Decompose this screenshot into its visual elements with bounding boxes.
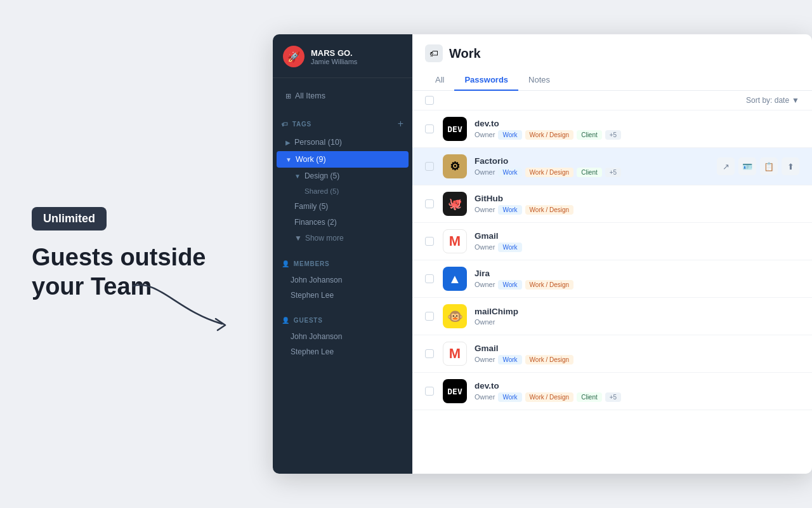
item-checkbox-1[interactable] <box>425 162 434 171</box>
chevron-down-icon-more: ▼ <box>294 234 302 243</box>
main-header: 🏷 Work All Passwords Notes <box>412 34 812 91</box>
password-item-2[interactable]: 🐙 GitHub Owner WorkWork / Design <box>412 185 812 223</box>
item-meta: Owner WorkWork / DesignClient+5 <box>475 130 799 140</box>
person-icon-guest: 👤 <box>282 317 290 324</box>
arrow-decoration <box>127 273 254 337</box>
copy-username-button[interactable]: 🪪 <box>738 157 756 175</box>
item-icon-factorio: ⚙ <box>443 154 467 178</box>
password-item-3[interactable]: M Gmail Owner Work <box>412 223 812 260</box>
item-checkbox-2[interactable] <box>425 199 434 208</box>
item-tag: Client <box>577 130 602 140</box>
item-checkbox-7[interactable] <box>425 387 434 396</box>
family-label: Family (5) <box>294 202 328 211</box>
app-name: MARS GO. <box>311 48 357 58</box>
item-role: Owner <box>475 131 495 138</box>
sidebar-item-personal[interactable]: ▶ Personal (10) <box>277 134 409 150</box>
tags-section-title: 🏷 TAGS <box>282 121 311 128</box>
item-icon-gmail: M <box>443 229 467 253</box>
password-item-6[interactable]: M Gmail Owner WorkWork / Design <box>412 335 812 373</box>
sidebar-header: 🚀 MARS GO. Jamie Williams <box>273 34 412 78</box>
chevron-right-icon: ▶ <box>285 139 291 146</box>
password-item-4[interactable]: ▲ Jira Owner WorkWork / Design <box>412 260 812 298</box>
item-meta: Owner WorkWork / Design <box>475 355 799 364</box>
item-role: Owner <box>475 243 495 251</box>
sidebar-item-finances[interactable]: Finances (2) <box>277 215 409 230</box>
sidebar-item-all-items[interactable]: ⊞ All Items <box>277 88 409 104</box>
member-john[interactable]: John Johanson <box>273 272 412 288</box>
sidebar-item-shared[interactable]: Shared (5) <box>277 184 409 198</box>
sidebar-item-work[interactable]: ▼ Work (9) <box>277 151 409 168</box>
item-info-2: GitHub Owner WorkWork / Design <box>475 194 799 215</box>
members-section-header: 👤 MEMBERS <box>273 258 412 270</box>
item-role: Owner <box>475 281 495 288</box>
password-item-0[interactable]: DEV dev.to Owner WorkWork / DesignClient… <box>412 110 812 148</box>
sort-button[interactable]: Sort by: date ▼ <box>746 96 799 105</box>
item-info-4: Jira Owner WorkWork / Design <box>475 269 799 290</box>
sidebar-show-more[interactable]: ▼ Show more <box>277 231 409 246</box>
app-window: 🚀 MARS GO. Jamie Williams ⊞ All Items 🏷 … <box>273 34 812 474</box>
item-meta: Owner WorkWork / Design <box>475 205 799 215</box>
item-icon-gmail: M <box>443 342 467 366</box>
item-info-7: dev.to Owner WorkWork / DesignClient+5 <box>475 381 799 402</box>
item-tag: +5 <box>605 392 621 402</box>
password-item-1[interactable]: ⚙ Factorio Owner WorkWork / DesignClient… <box>412 148 812 185</box>
item-meta: Owner <box>475 318 799 326</box>
password-item-5[interactable]: 🐵 mailChimp Owner <box>412 298 812 335</box>
guest-john[interactable]: John Johanson <box>273 329 412 344</box>
all-items-section: ⊞ All Items <box>273 78 412 107</box>
tab-notes[interactable]: Notes <box>518 70 560 91</box>
item-tag: Client <box>577 168 602 177</box>
item-name: Jira <box>475 269 799 278</box>
item-meta: Owner WorkWork / Design <box>475 280 799 290</box>
item-tag: Work <box>498 205 521 215</box>
item-role: Owner <box>475 318 495 326</box>
sidebar-item-design[interactable]: ▼ Design (5) <box>277 168 409 184</box>
item-tag: Work / Design <box>525 280 574 290</box>
copy-password-button[interactable]: 📋 <box>760 157 778 175</box>
chevron-down-icon: ▼ <box>285 156 292 163</box>
item-info-3: Gmail Owner Work <box>475 231 799 252</box>
item-name: dev.to <box>475 119 799 128</box>
item-tag: Work <box>498 130 521 140</box>
tabs-row: All Passwords Notes <box>425 70 799 90</box>
guest-stephen[interactable]: Stephen Lee <box>273 344 412 359</box>
item-checkbox-3[interactable] <box>425 237 434 246</box>
item-tag: Work / Design <box>525 392 574 402</box>
item-tag: Work / Design <box>525 355 574 364</box>
page-title: Work <box>449 46 481 61</box>
add-tag-button[interactable]: + <box>398 119 403 129</box>
item-name: mailChimp <box>475 307 799 316</box>
members-section: 👤 MEMBERS John Johanson Stephen Lee <box>273 249 412 305</box>
open-external-button[interactable]: ↗ <box>717 157 735 175</box>
password-item-7[interactable]: DEV dev.to Owner WorkWork / DesignClient… <box>412 373 812 410</box>
personal-label: Personal (10) <box>294 138 400 147</box>
select-all-checkbox[interactable] <box>425 96 434 105</box>
share-button[interactable]: ⬆ <box>782 157 799 175</box>
finances-label: Finances (2) <box>294 218 337 227</box>
sort-bar: Sort by: date ▼ <box>412 91 812 110</box>
item-tag: Work / Design <box>525 205 574 215</box>
user-name: Jamie Williams <box>311 58 357 65</box>
item-tag: Work <box>498 243 521 252</box>
item-checkbox-6[interactable] <box>425 349 434 358</box>
item-checkbox-4[interactable] <box>425 274 434 283</box>
item-role: Owner <box>475 168 495 176</box>
item-tag: Work / Design <box>525 168 574 177</box>
item-tag: Work <box>498 168 521 177</box>
item-actions: ↗ 🪪 📋 ⬆ <box>717 157 799 175</box>
item-role: Owner <box>475 393 495 401</box>
item-tag: Work <box>498 280 521 290</box>
item-tag: Work <box>498 392 521 402</box>
tag-icon-small: 🏷 <box>282 121 289 128</box>
sidebar-item-family[interactable]: Family (5) <box>277 199 409 214</box>
chevron-down-icon-design: ▼ <box>294 173 301 180</box>
item-checkbox-5[interactable] <box>425 312 434 321</box>
tab-all[interactable]: All <box>425 70 454 91</box>
item-tag: +5 <box>605 168 621 177</box>
unlimited-badge: Unlimited <box>32 207 107 231</box>
tab-passwords[interactable]: Passwords <box>454 70 518 91</box>
item-checkbox-0[interactable] <box>425 124 434 133</box>
person-icon: 👤 <box>282 260 290 267</box>
item-role: Owner <box>475 206 495 213</box>
member-stephen[interactable]: Stephen Lee <box>273 288 412 303</box>
